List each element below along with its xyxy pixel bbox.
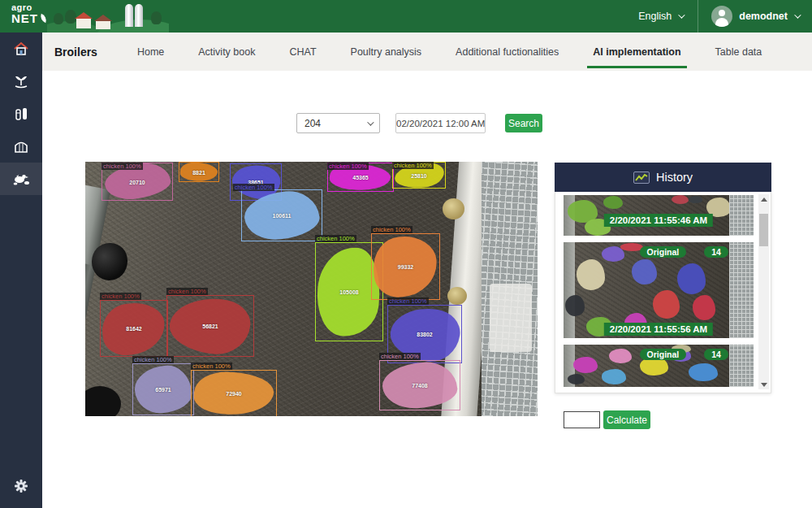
app-root: agro NET English demodnet bbox=[0, 0, 812, 508]
detection-chicken-100611: 100611 bbox=[241, 189, 322, 241]
sidebar-item-crops[interactable] bbox=[0, 65, 42, 98]
detection-class-label: chicken 100% bbox=[100, 293, 141, 300]
dark-object bbox=[85, 386, 121, 416]
thumb-chicken-blob bbox=[689, 363, 717, 381]
scroll-down-icon[interactable] bbox=[758, 380, 769, 389]
count-badge: 14 bbox=[704, 349, 728, 360]
chevron-down-icon bbox=[678, 11, 685, 18]
user-menu[interactable]: demodnet bbox=[698, 0, 812, 33]
detection-id: 100611 bbox=[273, 213, 292, 219]
calculate-button[interactable]: Calculate bbox=[603, 410, 650, 429]
chevron-down-icon bbox=[367, 119, 374, 125]
device-select-value: 204 bbox=[304, 118, 321, 129]
timestamp-badge: 2/20/2021 11:55:46 AM bbox=[604, 214, 713, 227]
scroll-up-icon[interactable] bbox=[758, 194, 769, 204]
detection-id: 72940 bbox=[226, 391, 241, 397]
username-label: demodnet bbox=[739, 11, 788, 22]
tab-ai-implementation[interactable]: AI implementation bbox=[576, 33, 698, 71]
farm-illustration bbox=[47, 0, 169, 33]
original-badge: Original bbox=[640, 349, 687, 360]
history-scrollbar[interactable] bbox=[758, 194, 769, 389]
sidebar-item-greenhouse[interactable] bbox=[0, 130, 42, 163]
section-title: Broilers bbox=[54, 33, 109, 71]
detection-chicken-77408: 77408chicken 100% bbox=[379, 360, 460, 410]
device-select[interactable]: 204 bbox=[296, 113, 380, 133]
detection-class-label: chicken 100% bbox=[379, 353, 421, 360]
timestamp-badge: 2/20/2021 11:55:56 AM bbox=[604, 323, 713, 336]
history-item-0[interactable]: 2/20/2021 11:55:46 AM bbox=[564, 195, 754, 236]
datetime-input[interactable] bbox=[395, 113, 486, 133]
detection-class-label: chicken 100% bbox=[132, 356, 174, 363]
settings-gear-icon bbox=[14, 479, 28, 493]
thumb-chicken-blob bbox=[573, 357, 598, 374]
history-item-1[interactable]: Original142/20/2021 11:55:56 AM bbox=[564, 242, 754, 338]
language-selector[interactable]: English bbox=[624, 0, 698, 33]
history-header: History bbox=[555, 163, 771, 192]
thumb-chicken-blob bbox=[672, 195, 689, 204]
detection-id: 99332 bbox=[398, 264, 413, 270]
detection-id: 20710 bbox=[129, 179, 145, 185]
thumb-chicken-blob bbox=[693, 295, 715, 320]
greenhouse-icon bbox=[12, 137, 30, 155]
detection-class-label: chicken 100% bbox=[166, 288, 208, 295]
detection-chicken-99332: 99332chicken 100% bbox=[371, 233, 440, 300]
sidebar-settings[interactable] bbox=[0, 472, 42, 500]
detection-id: 56821 bbox=[202, 323, 218, 329]
detection-id: 45365 bbox=[352, 175, 368, 180]
detection-chicken-56821: 56821chicken 100% bbox=[166, 295, 254, 357]
sidebar-item-home[interactable] bbox=[0, 33, 42, 65]
logo[interactable]: agro NET bbox=[11, 3, 47, 24]
history-panel: 2/20/2021 11:55:46 AMOriginal142/20/2021… bbox=[555, 192, 771, 393]
bucket bbox=[92, 243, 127, 280]
detection-id: 83802 bbox=[417, 332, 432, 337]
history-chart-icon bbox=[633, 172, 650, 184]
thumb-cage bbox=[729, 195, 754, 236]
sidebar-item-silo[interactable] bbox=[0, 98, 42, 130]
tab-home[interactable]: Home bbox=[120, 33, 181, 71]
detection-id: 65971 bbox=[155, 387, 171, 393]
detection-class-label: chicken 100% bbox=[191, 363, 232, 370]
tab-activity-book[interactable]: Activity book bbox=[181, 33, 272, 71]
poultry-icon bbox=[11, 170, 31, 188]
chevron-down-icon bbox=[794, 11, 801, 18]
detection-image: 20710chicken 100%882138651chicken 100%10… bbox=[85, 162, 538, 416]
tab-bar: Broilers HomeActivity bookCHATPoultry an… bbox=[42, 33, 812, 71]
feeder-bowl bbox=[447, 287, 467, 305]
thumb-chicken-blob bbox=[632, 259, 656, 284]
count-badge: 14 bbox=[704, 246, 728, 258]
detection-class-label: chicken 100% bbox=[315, 235, 356, 242]
history-item-2[interactable]: Original14 bbox=[564, 345, 754, 387]
thumb-chicken-blob bbox=[603, 196, 622, 209]
app-header: agro NET English demodnet bbox=[0, 0, 812, 33]
scrollbar-thumb[interactable] bbox=[759, 214, 768, 246]
detection-chicken-25810: 25810chicken 100% bbox=[392, 162, 446, 189]
sidebar-item-poultry[interactable] bbox=[0, 163, 42, 195]
tab-table-data[interactable]: Table data bbox=[698, 33, 780, 71]
tab-poultry-analysis[interactable]: Poultry analysis bbox=[334, 33, 439, 71]
sprout-icon bbox=[12, 72, 30, 90]
tab-additional-fuctionalities[interactable]: Additional fuctionalities bbox=[438, 33, 576, 71]
detection-chicken-45365: 45365chicken 100% bbox=[327, 163, 394, 192]
search-button[interactable]: Search bbox=[505, 114, 542, 132]
detection-id: 25810 bbox=[411, 172, 426, 178]
thumb-chicken-blob bbox=[653, 290, 680, 319]
user-avatar-icon bbox=[711, 6, 732, 27]
detection-id: 77408 bbox=[412, 383, 427, 389]
detection-class-label: chicken 100% bbox=[392, 162, 434, 169]
detection-chicken-65971: 65971chicken 100% bbox=[132, 363, 194, 415]
detection-chicken-81642: 81642chicken 100% bbox=[100, 300, 168, 357]
detection-id: 81642 bbox=[126, 326, 141, 332]
calculate-input[interactable] bbox=[564, 411, 600, 428]
detection-class-label: chicken 100% bbox=[233, 184, 274, 191]
thumb-chicken-blob bbox=[568, 374, 585, 384]
language-label: English bbox=[638, 11, 672, 22]
detection-chicken-8821: 8821 bbox=[179, 162, 219, 182]
detection-id: 105008 bbox=[339, 289, 358, 295]
detection-class-label: chicken 100% bbox=[327, 163, 369, 170]
detection-class-label: chicken 100% bbox=[371, 226, 412, 233]
sidebar bbox=[0, 33, 42, 508]
silo-icon bbox=[12, 105, 30, 123]
tab-chat[interactable]: CHAT bbox=[272, 33, 333, 71]
detection-chicken-20710: 20710chicken 100% bbox=[102, 163, 173, 201]
thumb-chicken-blob bbox=[577, 259, 605, 290]
